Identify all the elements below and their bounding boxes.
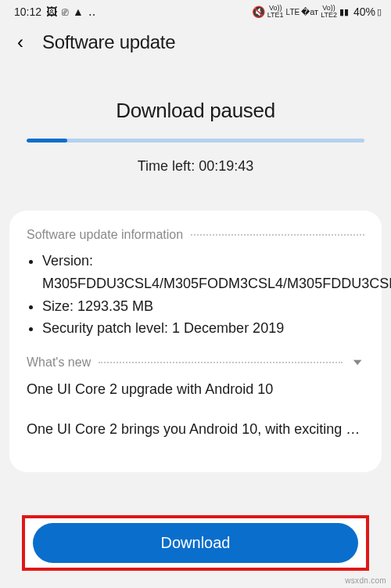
info-list: Version: M305FDDU3CSL4/M305FODM3CSL4/M30… [27, 250, 364, 340]
page-title: Software update [42, 31, 175, 53]
whatsnew-line-2: One UI Core 2 brings you Android 10, wit… [27, 418, 364, 441]
lte2-indicator: Vo))LTE2 [321, 5, 337, 19]
cast-icon: ⎚ [62, 6, 68, 17]
download-button[interactable]: Download [33, 523, 358, 563]
more-icon: ‥ [88, 6, 95, 17]
download-highlight-box: Download [22, 515, 369, 571]
lte1-indicator: Vo))LTE1 [267, 5, 284, 19]
download-progress-fill [27, 139, 67, 142]
battery-icon: ▯ [377, 7, 382, 17]
download-progress[interactable] [27, 139, 364, 142]
divider-dots [191, 234, 364, 236]
whatsnew-line-1: One UI Core 2 upgrade with Android 10 [27, 378, 364, 401]
version-line: Version: M305FDDU3CSL4/M305FODM3CSL4/M30… [42, 250, 364, 295]
mute-icon: 🔇 [252, 6, 265, 17]
lte-text-1: LTE [286, 8, 300, 16]
status-left: 10:12 🖼 ⎚ ▲ ‥ [14, 5, 95, 18]
info-section-label: Software update information [27, 228, 183, 242]
whatsnew-section-label: What's new [27, 355, 91, 370]
info-section-header: Software update information [27, 228, 364, 242]
signal-icon-1: �ат [301, 7, 318, 17]
divider-dots [99, 362, 343, 363]
page-header: ‹ Software update [0, 22, 391, 67]
chevron-down-icon[interactable]: ▼ [350, 357, 364, 367]
warning-icon: ▲ [73, 6, 84, 17]
size-line: Size: 1293.35 MB [42, 295, 364, 318]
status-right: 🔇 Vo))LTE1 LTE �ат Vo))LTE2 ▮▮ 40% ▯ [252, 5, 382, 19]
watermark: wsxdn.com [345, 576, 386, 585]
security-line: Security patch level: 1 December 2019 [42, 317, 364, 340]
image-icon: 🖼 [46, 6, 57, 17]
whatsnew-section-header: What's new ▼ [27, 354, 364, 370]
status-time: 10:12 [14, 5, 41, 18]
status-bar: 10:12 🖼 ⎚ ▲ ‥ 🔇 Vo))LTE1 LTE �ат Vo))LTE… [0, 0, 391, 22]
download-status-section: Download paused Time left: 00:19:43 [0, 67, 391, 189]
download-status-text: Download paused [22, 99, 369, 123]
time-left-label: Time left: 00:19:43 [22, 158, 369, 175]
update-info-card: Software update information Version: M30… [9, 211, 382, 472]
battery-pct: 40% [353, 5, 375, 18]
chevron-left-icon: ‹ [17, 31, 23, 52]
whatsnew-body: One UI Core 2 upgrade with Android 10 On… [27, 378, 364, 441]
back-button[interactable]: ‹ [13, 30, 28, 55]
signal-icon-2: ▮▮ [339, 7, 349, 17]
